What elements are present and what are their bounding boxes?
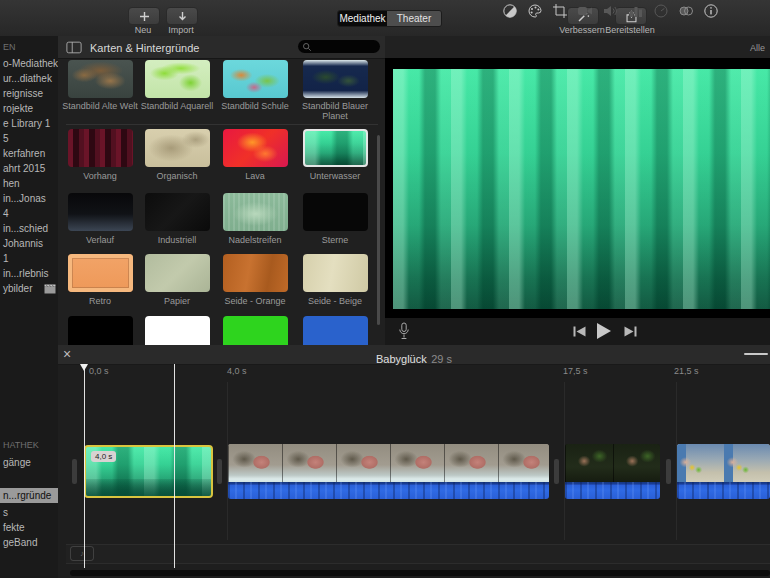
color-correction-icon[interactable] xyxy=(527,3,543,19)
sidebar-item[interactable]: reignisse xyxy=(0,88,61,102)
thumb-vorhang[interactable] xyxy=(68,129,133,167)
clip-shade xyxy=(86,479,211,496)
color-balance-icon[interactable] xyxy=(502,3,518,19)
clip-filmstrip xyxy=(565,444,660,482)
thumb-label: Sterne xyxy=(295,235,375,245)
sidebar-item[interactable]: e Library 1 xyxy=(0,118,61,132)
ruler-label: 4,0 s xyxy=(227,366,247,376)
thumb-unterwasser-selected[interactable] xyxy=(303,129,368,167)
background-music-well[interactable] xyxy=(66,544,770,564)
sidebar-item[interactable]: o-Mediathek xyxy=(0,58,61,72)
search-field[interactable] xyxy=(298,40,380,53)
sidebar-item[interactable]: 5 xyxy=(0,133,61,147)
tab-mediathek[interactable]: Mediathek xyxy=(338,11,387,26)
clip-baby-video-3[interactable] xyxy=(677,444,770,499)
thumb-label: Verlauf xyxy=(60,235,140,245)
crop-icon[interactable] xyxy=(552,3,568,19)
sidebar-item[interactable]: Johannis xyxy=(0,238,61,252)
sidebar-toggle-icon[interactable] xyxy=(66,41,82,54)
sidebar-item[interactable]: kerfahren xyxy=(0,148,61,162)
noise-eq-icon[interactable] xyxy=(628,3,644,19)
thumb-nadelstreifen[interactable] xyxy=(223,193,288,231)
thumb-seide-orange[interactable] xyxy=(223,254,288,292)
timeline-horizontal-scrollbar[interactable] xyxy=(70,570,770,576)
sidebar-item[interactable]: ur...diathek xyxy=(0,73,61,87)
search-icon xyxy=(302,42,312,52)
skip-to-end-button[interactable] xyxy=(624,326,637,337)
browser-scrollbar[interactable] xyxy=(377,135,380,325)
sidebar-item[interactable]: 4 xyxy=(0,208,61,222)
thumb-standbild-schule[interactable] xyxy=(223,60,288,98)
clip-filmstrip xyxy=(228,444,549,482)
sidebar-item[interactable]: in...schied xyxy=(0,223,61,237)
sidebar-item-soundeffects[interactable]: fekte xyxy=(0,522,61,536)
play-button[interactable] xyxy=(596,322,612,340)
thumb-label: Lava xyxy=(215,171,295,181)
clip-audio-waveform xyxy=(565,482,660,499)
sidebar-item[interactable]: rojekte xyxy=(0,103,61,117)
sidebar-item-itunes[interactable]: s xyxy=(0,507,61,521)
clip-baby-video-1[interactable] xyxy=(228,444,549,499)
transition-handle[interactable] xyxy=(554,459,559,484)
thumb-lava[interactable] xyxy=(223,129,288,167)
clip-duration-badge: 4,0 s xyxy=(91,451,116,462)
thumb-organisch[interactable] xyxy=(145,129,210,167)
clip-baby-video-2[interactable] xyxy=(565,444,660,499)
thumb-label: Seide - Beige xyxy=(295,296,375,306)
info-icon[interactable] xyxy=(703,3,719,19)
clip-audio-waveform xyxy=(677,482,770,499)
share-label: Bereitstellen xyxy=(595,25,665,35)
new-project-button[interactable] xyxy=(128,7,160,25)
thumb-sterne[interactable] xyxy=(303,193,368,231)
thumb-standbild-alte-welt[interactable] xyxy=(68,60,133,98)
stabilization-icon[interactable] xyxy=(577,3,593,19)
sidebar-item-maps-backgrounds-selected[interactable]: n...rgründe xyxy=(0,488,61,503)
clip-audio-waveform xyxy=(228,482,549,499)
thumb-label: Papier xyxy=(137,296,217,306)
thumb-label: Seide - Orange xyxy=(215,296,295,306)
volume-icon[interactable] xyxy=(602,3,618,19)
project-title: Babyglück xyxy=(376,353,427,365)
thumb-standbild-blauer-planet[interactable] xyxy=(303,60,368,98)
preview-underwater-image xyxy=(393,69,770,309)
clip-filmstrip xyxy=(677,444,770,482)
thumb-industriell[interactable] xyxy=(145,193,210,231)
thumb-label: Nadelstreifen xyxy=(215,235,295,245)
speed-icon[interactable] xyxy=(653,3,669,19)
skimmer-line xyxy=(174,364,175,568)
timeline-title-row: Babyglück 29 s xyxy=(58,349,770,367)
skip-to-start-button[interactable] xyxy=(573,326,586,337)
thumb-label: Retro xyxy=(60,296,140,306)
microphone-icon[interactable] xyxy=(398,322,410,341)
music-anchor-box: ♪ xyxy=(70,546,94,561)
thumb-standbild-aquarell[interactable] xyxy=(145,60,210,98)
sidebar-section-header: EN xyxy=(0,42,61,56)
thumb-label: Standbild Schule xyxy=(215,101,295,111)
transition-handle[interactable] xyxy=(217,459,222,484)
sidebar-item[interactable]: ybilder xyxy=(0,283,47,297)
thumb-label: Standbild Blauer Planet xyxy=(295,101,375,121)
sidebar-item[interactable]: hen xyxy=(0,178,61,192)
timeline-zoom-slider[interactable] xyxy=(744,353,768,355)
sidebar-item[interactable]: in...Jonas xyxy=(0,193,61,207)
sidebar-media-header: HATHEK xyxy=(0,440,61,454)
thumb-verlauf[interactable] xyxy=(68,193,133,231)
clip-effects-icon[interactable] xyxy=(678,3,694,19)
import-button[interactable] xyxy=(166,7,198,25)
ruler-label: 21,5 s xyxy=(674,366,699,376)
clip-unterwasser-selected[interactable]: 4,0 s xyxy=(84,445,213,498)
download-arrow-icon xyxy=(177,11,188,22)
transition-handle[interactable] xyxy=(72,459,77,484)
thumb-seide-beige[interactable] xyxy=(303,254,368,292)
browser-separator xyxy=(66,124,378,125)
transition-handle[interactable] xyxy=(666,459,671,484)
sidebar-item-transitions[interactable]: gänge xyxy=(0,457,61,471)
sidebar-item[interactable]: ahrt 2015 xyxy=(0,163,61,177)
thumb-retro[interactable] xyxy=(68,254,133,292)
thumb-papier[interactable] xyxy=(145,254,210,292)
sidebar-item[interactable]: in...rlebnis xyxy=(0,268,61,282)
tab-theater[interactable]: Theater xyxy=(387,11,441,26)
playhead-line[interactable] xyxy=(84,364,85,568)
sidebar-item[interactable]: 1 xyxy=(0,253,61,267)
sidebar-item-garageband[interactable]: geBand xyxy=(0,537,61,551)
